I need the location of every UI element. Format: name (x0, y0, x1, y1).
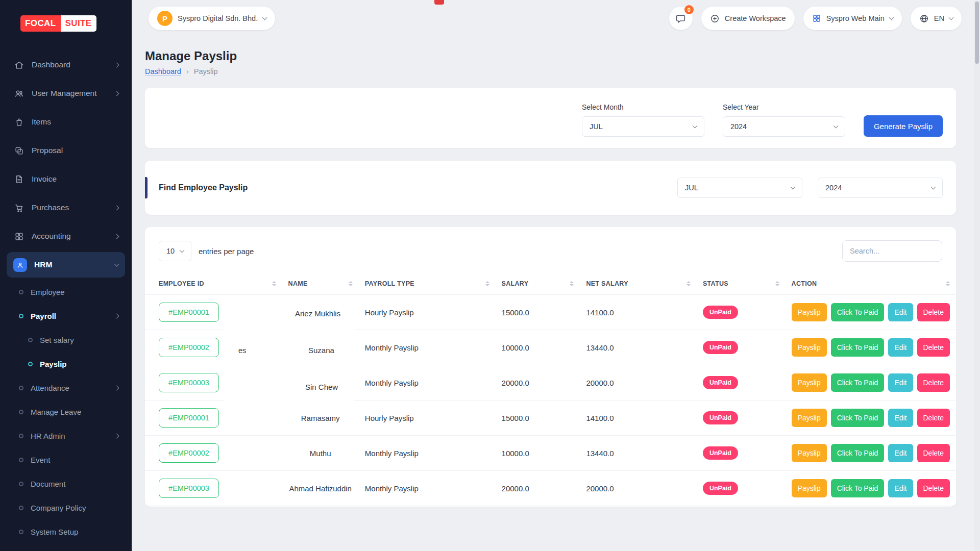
employee-id-badge[interactable]: #EMP00003 (159, 373, 219, 392)
edit-button[interactable]: Edit (888, 409, 913, 427)
sort-icon[interactable] (570, 281, 574, 286)
delete-button[interactable]: Delete (917, 409, 950, 427)
workspace-selector[interactable]: P Syspro Digital Sdn. Bhd. (149, 7, 275, 30)
payslip-button[interactable]: Payslip (792, 373, 827, 392)
employee-id-badge[interactable]: #EMP00002 (159, 338, 219, 357)
sidebar-item-manage-leave[interactable]: Manage Leave (7, 400, 125, 423)
language-selector[interactable]: EN (911, 7, 962, 30)
sort-icon[interactable] (775, 281, 779, 286)
click-to-paid-button[interactable]: Click To Paid (831, 479, 885, 497)
bullet-icon (19, 290, 23, 294)
sidebar-item-label: Company Policy (31, 504, 86, 512)
find-payslip-card: Find Employee Payslip JUL 2024 (145, 161, 956, 215)
page-size-select[interactable]: 10 (159, 241, 191, 261)
table-row: #EMP00001 Ramasamy Hourly Payslip 15000.… (145, 400, 956, 436)
chat-button[interactable]: 0 (669, 7, 693, 30)
create-workspace-button[interactable]: Create Workspace (701, 7, 795, 30)
payslip-button[interactable]: Payslip (792, 409, 827, 427)
sort-icon[interactable] (687, 281, 691, 286)
edit-button[interactable]: Edit (888, 303, 913, 321)
edit-button[interactable]: Edit (888, 479, 913, 497)
employee-id-badge[interactable]: #EMP00003 (159, 479, 219, 498)
payslip-button[interactable]: Payslip (792, 444, 827, 462)
click-to-paid-button[interactable]: Click To Paid (831, 303, 885, 321)
status-badge[interactable]: UnPaid (703, 482, 738, 495)
sidebar-item-accounting[interactable]: Accounting (7, 223, 125, 249)
chevron-right-icon (114, 433, 119, 438)
find-payslip-title: Find Employee Payslip (159, 183, 248, 192)
find-month-select[interactable]: JUL (677, 178, 802, 198)
delete-button[interactable]: Delete (917, 444, 950, 462)
sidebar-item-proposal[interactable]: Proposal (7, 138, 125, 163)
column-header-name[interactable]: NAME (282, 273, 359, 295)
find-year-select[interactable]: 2024 (818, 178, 943, 198)
employee-id-badge[interactable]: #EMP00001 (159, 408, 219, 428)
bag-icon (13, 116, 24, 128)
edit-button[interactable]: Edit (888, 338, 913, 357)
search-input[interactable] (842, 240, 942, 262)
sort-icon[interactable] (272, 281, 276, 286)
breadcrumb-dashboard-link[interactable]: Dashboard (145, 67, 181, 76)
sidebar-item-employee[interactable]: Employee (7, 281, 125, 303)
find-filters: JUL 2024 (677, 178, 943, 198)
column-label: PAYROLL TYPE (365, 280, 414, 287)
salary-cell: 15000.0 (496, 295, 580, 330)
payslip-button[interactable]: Payslip (792, 303, 827, 321)
sidebar-item-purchases[interactable]: Purchases (7, 195, 125, 220)
status-badge[interactable]: UnPaid (703, 411, 738, 424)
employee-id-badge[interactable]: #EMP00002 (159, 443, 219, 463)
month-select[interactable]: JUL (582, 116, 704, 137)
edit-button[interactable]: Edit (888, 373, 913, 392)
sort-icon[interactable] (946, 281, 950, 286)
app-selector-label: Syspro Web Main (826, 14, 885, 22)
status-badge[interactable]: UnPaid (703, 446, 738, 460)
column-header-net-salary[interactable]: NET SALARY (580, 273, 697, 295)
column-header-payroll-type[interactable]: PAYROLL TYPE (359, 273, 496, 295)
sidebar-item-payslip[interactable]: Payslip (7, 353, 125, 375)
sidebar-item-system-setup[interactable]: System Setup (7, 520, 125, 543)
sidebar-item-company-policy[interactable]: Company Policy (7, 496, 125, 519)
sidebar-item-attendance[interactable]: Attendance (7, 377, 125, 399)
bullet-icon (19, 458, 23, 462)
delete-button[interactable]: Delete (917, 303, 950, 321)
app-logo[interactable]: FOCAL SUITE (20, 15, 132, 32)
sidebar-item-set-salary[interactable]: Set salary (7, 329, 125, 351)
column-header-salary[interactable]: SALARY (496, 273, 580, 295)
click-to-paid-button[interactable]: Click To Paid (831, 338, 885, 357)
vertical-scrollbar[interactable] (974, 0, 980, 551)
status-badge[interactable]: UnPaid (703, 376, 738, 389)
sidebar-item-label: Set salary (40, 336, 74, 344)
sidebar-item-dashboard[interactable]: Dashboard (7, 52, 125, 78)
column-header-action[interactable]: ACTION (786, 273, 956, 295)
sidebar-item-invoice[interactable]: Invoice (7, 166, 125, 192)
column-header-employee-id[interactable]: EMPLOYEE ID (145, 273, 282, 295)
screen-share-indicator (434, 0, 444, 5)
status-badge[interactable]: UnPaid (703, 306, 738, 319)
employee-id-badge[interactable]: #EMP00001 (159, 303, 219, 322)
payslip-button[interactable]: Payslip (792, 338, 827, 357)
sidebar-item-items[interactable]: Items (7, 109, 125, 135)
sidebar-item-hrm[interactable]: HRM (7, 252, 125, 278)
click-to-paid-button[interactable]: Click To Paid (831, 409, 885, 427)
sidebar-item-event[interactable]: Event (7, 448, 125, 471)
delete-button[interactable]: Delete (917, 373, 950, 392)
scrollbar-thumb[interactable] (975, 2, 979, 64)
sort-icon[interactable] (349, 281, 353, 286)
year-select[interactable]: 2024 (723, 116, 845, 137)
sidebar-item-payroll[interactable]: Payroll (7, 305, 125, 327)
click-to-paid-button[interactable]: Click To Paid (831, 444, 885, 462)
status-badge[interactable]: UnPaid (703, 341, 738, 354)
sidebar-item-hr-admin[interactable]: HR Admin (7, 424, 125, 447)
column-header-status[interactable]: STATUS (697, 273, 786, 295)
edit-button[interactable]: Edit (888, 444, 913, 462)
delete-button[interactable]: Delete (917, 479, 950, 497)
app-selector[interactable]: Syspro Web Main (803, 7, 902, 30)
sort-icon[interactable] (485, 281, 489, 286)
delete-button[interactable]: Delete (917, 338, 950, 357)
click-to-paid-button[interactable]: Click To Paid (831, 373, 885, 392)
sidebar-item-user-management[interactable]: User Management (7, 81, 125, 106)
generate-payslip-button[interactable]: Generate Payslip (864, 115, 943, 137)
sidebar-item-label: HRM (34, 260, 52, 269)
sidebar-item-document[interactable]: Document (7, 472, 125, 495)
payslip-button[interactable]: Payslip (792, 479, 827, 497)
